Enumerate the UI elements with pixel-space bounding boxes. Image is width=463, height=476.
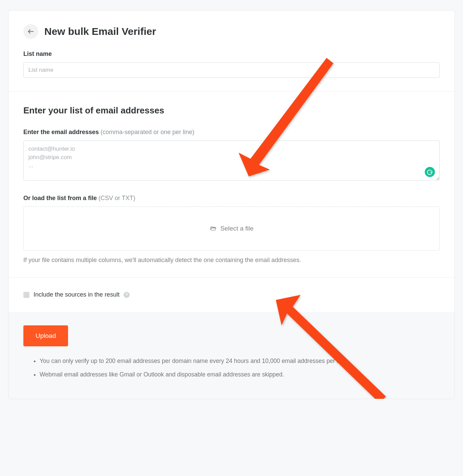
file-upload-block: Or load the list from a file (CSV or TXT… [23, 195, 440, 264]
footer-section: Upload You can only verify up to 200 ema… [8, 312, 455, 399]
email-input-hint: (comma-separated or one per line) [99, 129, 194, 135]
file-dropzone[interactable]: Select a file [23, 207, 440, 251]
file-upload-label: Or load the list from a file (CSV or TXT… [23, 195, 440, 202]
email-entry-section: Enter your list of email addresses Enter… [8, 91, 455, 277]
file-upload-label-text: Or load the list from a file [23, 195, 97, 201]
header-section: New bulk Email Verifier List name [8, 10, 455, 91]
options-section: Include the sources in the result ? [8, 277, 455, 312]
select-file-text: Select a file [220, 225, 253, 232]
help-icon[interactable]: ? [124, 292, 130, 298]
footer-notes: You can only verify up to 200 email addr… [23, 356, 440, 379]
list-name-label: List name [23, 50, 440, 58]
arrow-left-icon [27, 28, 35, 35]
folder-open-icon [210, 225, 217, 232]
bulk-verifier-card: New bulk Email Verifier List name Enter … [8, 10, 455, 399]
footer-note: Webmail email addresses like Gmail or Ou… [40, 370, 440, 379]
upload-button[interactable]: Upload [23, 325, 68, 346]
file-help-text: If your file contains multiple columns, … [23, 257, 440, 264]
include-sources-checkbox[interactable] [23, 292, 29, 298]
footer-note: You can only verify up to 200 email addr… [40, 356, 440, 365]
back-button[interactable] [23, 24, 38, 39]
grammarly-icon[interactable] [425, 167, 435, 177]
email-addresses-textarea[interactable] [23, 140, 440, 180]
email-section-title: Enter your list of email addresses [23, 105, 440, 116]
include-sources-label: Include the sources in the result [34, 291, 119, 298]
list-name-input[interactable] [23, 62, 440, 78]
file-upload-hint: (CSV or TXT) [97, 195, 135, 201]
email-input-label-text: Enter the email addresses [23, 129, 99, 135]
page-title: New bulk Email Verifier [44, 26, 156, 37]
email-input-label: Enter the email addresses (comma-separat… [23, 129, 440, 136]
email-textarea-block: Enter the email addresses (comma-separat… [23, 129, 440, 182]
